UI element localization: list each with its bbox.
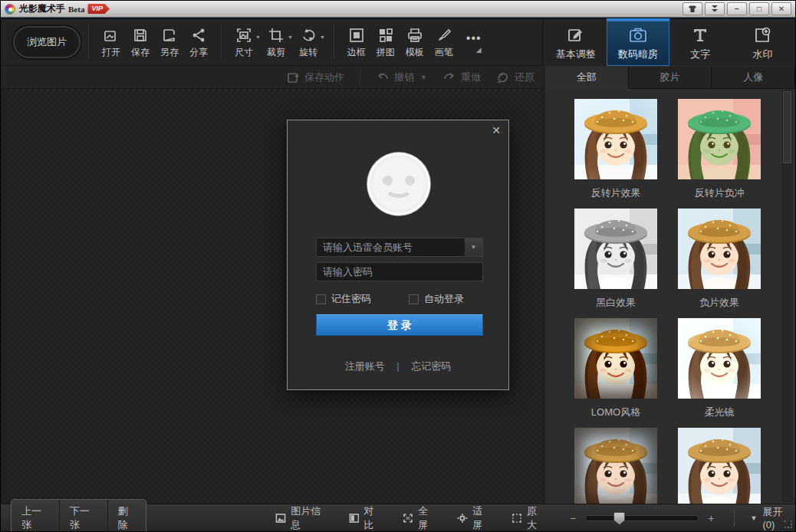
redo-button[interactable]: 重做 [442, 71, 481, 84]
mode-watermark[interactable]: 水印 [732, 21, 794, 66]
save-button[interactable]: 保存 [126, 23, 155, 61]
resize-button[interactable]: 尺寸 [229, 23, 258, 61]
filter-label: 反转片负冲 [678, 186, 761, 199]
save-as-button[interactable]: 另存 [155, 23, 184, 61]
filter-thumbnail[interactable] [574, 428, 657, 504]
filter-thumbnail[interactable] [678, 209, 761, 289]
filter-item-lomo[interactable]: LOMO风格 [574, 318, 657, 419]
password-input[interactable] [316, 262, 483, 281]
view-controls: 图片信息 对比 全屏 适屏 原大 [275, 504, 545, 532]
filter-thumbnail[interactable] [678, 428, 761, 504]
mode-basic-adjust[interactable]: 基本调整 [544, 21, 607, 66]
delete-image-button[interactable]: 删除 [108, 500, 146, 532]
filter-item-plain[interactable] [678, 428, 761, 504]
zoom-out-button[interactable]: − [570, 512, 576, 524]
restore-button[interactable]: 还原 [496, 71, 535, 84]
vip-badge[interactable]: VIP [87, 4, 110, 14]
filter-thumbnail[interactable] [574, 99, 657, 179]
undo-button[interactable]: 撤销 ▼ [376, 71, 427, 84]
titlebar: 光影魔术手 Beta VIP − □ ✕ [1, 1, 795, 18]
toolbar-separator [221, 25, 222, 60]
resize-icon [235, 25, 252, 44]
crop-icon [268, 25, 285, 44]
maximize-button[interactable]: □ [749, 2, 769, 15]
save-action-button[interactable]: 保存动作 [287, 71, 344, 84]
tab-film[interactable]: 胶片 [629, 66, 712, 89]
more-tools-button[interactable]: ••• ◢ [459, 31, 489, 54]
main-menu-button[interactable] [705, 2, 725, 15]
app-window: 光影魔术手 Beta VIP − □ ✕ 浏览图片 打开 [0, 0, 796, 532]
minimize-button[interactable]: − [727, 2, 747, 15]
filter-label: 柔光镜 [678, 406, 761, 419]
filter-label: LOMO风格 [574, 406, 657, 419]
image-info-button[interactable]: 图片信息 [275, 504, 327, 532]
save-action-icon [287, 71, 300, 84]
compare-button[interactable]: 对比 [349, 504, 383, 532]
filter-thumbnail[interactable] [678, 99, 761, 179]
mode-digital-darkroom[interactable]: 数码暗房 [607, 21, 669, 66]
save-as-icon [161, 25, 178, 44]
filter-item-negative[interactable]: 负片效果 [678, 209, 761, 309]
remember-password-checkbox[interactable] [316, 294, 326, 304]
text-icon [691, 26, 709, 44]
filter-item-bw[interactable]: 黑白效果 [574, 209, 657, 309]
fullscreen-button[interactable]: 全屏 [403, 504, 436, 532]
compare-icon [349, 513, 360, 524]
rotate-button[interactable]: 旋转 [294, 23, 323, 61]
filter-thumbnail[interactable] [574, 209, 657, 289]
filter-item-vignette[interactable] [574, 428, 657, 504]
login-button[interactable]: 登 录 [316, 314, 483, 336]
zoom-in-button[interactable]: + [708, 512, 714, 524]
panel-scrollbar[interactable] [782, 90, 792, 502]
account-dropdown-button[interactable]: ▼ [464, 238, 482, 256]
tab-portrait[interactable]: 人像 [712, 66, 795, 89]
open-button[interactable]: 打开 [97, 23, 126, 61]
border-button[interactable]: 边框 [342, 23, 371, 61]
link-divider: | [396, 360, 399, 372]
shirt-icon [688, 5, 697, 13]
filter-thumbnail[interactable] [574, 318, 657, 399]
toolbar-separator [88, 25, 89, 60]
zoom-controls: − + [570, 512, 714, 524]
open-icon [103, 25, 120, 44]
filter-item-cross-process[interactable]: 反转片负冲 [678, 99, 761, 199]
forgot-password-link[interactable]: 忘记密码 [411, 360, 451, 372]
tab-all[interactable]: 全部 [545, 66, 629, 89]
avatar-smile [384, 178, 413, 198]
brush-button[interactable]: 画笔 [429, 23, 459, 61]
scrollbar-thumb[interactable] [783, 91, 791, 163]
filter-thumbnail[interactable] [678, 318, 761, 399]
auto-login-checkbox[interactable] [409, 294, 419, 304]
restore-icon [496, 71, 510, 84]
skin-button[interactable] [683, 2, 702, 15]
share-button[interactable]: 分享 [184, 23, 213, 61]
close-button[interactable]: ✕ [771, 2, 791, 15]
original-size-button[interactable]: 原大 [511, 504, 545, 532]
border-icon [348, 25, 365, 44]
action-bar: 保存动作 撤销 ▼ 重做 还原 [1, 66, 545, 89]
resize-grip[interactable] [784, 521, 793, 529]
redo-icon [442, 71, 456, 84]
browse-images-button[interactable]: 浏览图片 [13, 26, 81, 58]
undo-dropdown-caret[interactable]: ▼ [420, 74, 427, 81]
crop-button[interactable]: 裁剪 [261, 23, 291, 61]
save-icon [132, 25, 149, 44]
next-image-button[interactable]: 下一张 [60, 500, 108, 532]
bottom-bar: 上一张 下一张 删除 图片信息 对比 全屏 适屏 原大 [1, 504, 795, 531]
mode-text[interactable]: 文字 [669, 21, 732, 66]
register-link[interactable]: 注册账号 [345, 360, 385, 372]
collage-button[interactable]: 拼图 [371, 23, 400, 61]
filter-label: 反转片效果 [574, 186, 657, 199]
filter-item-slide[interactable]: 反转片效果 [574, 99, 657, 199]
more-corner-icon: ◢ [476, 46, 482, 54]
previous-image-button[interactable]: 上一张 [12, 500, 60, 532]
account-input[interactable] [316, 238, 483, 257]
dialog-close-icon[interactable]: ✕ [492, 124, 501, 136]
filter-grid: 反转片效果 反转片负冲 黑白效果 负片效果 LOMO风格 柔光镜 [574, 99, 761, 504]
zoom-slider-thumb[interactable] [613, 512, 625, 525]
image-info-icon [275, 513, 286, 524]
filter-item-soft-focus[interactable]: 柔光镜 [678, 318, 761, 419]
fit-screen-button[interactable]: 适屏 [457, 504, 491, 532]
template-button[interactable]: 模板 [400, 23, 429, 61]
zoom-slider[interactable] [585, 515, 699, 521]
